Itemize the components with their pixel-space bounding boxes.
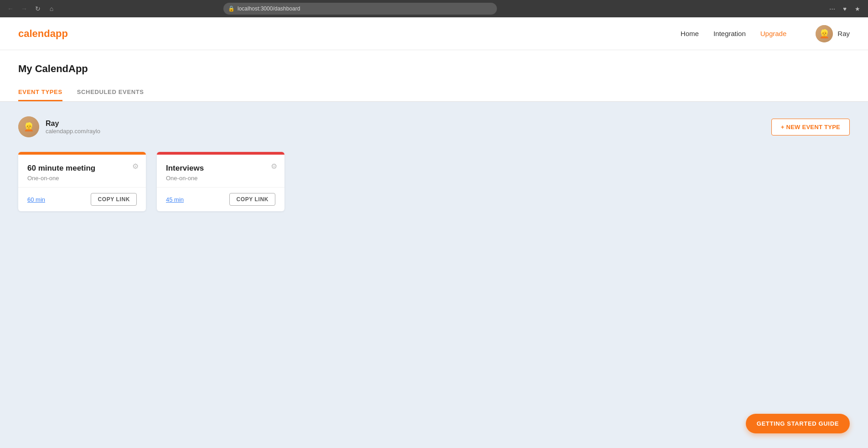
user-avatar: 👱: [18, 116, 39, 137]
user-display-name: Ray: [46, 120, 100, 128]
security-icon: 🔒: [228, 5, 235, 12]
user-section: 👱 Ray calendapp.com/raylo + NEW EVENT TY…: [18, 116, 850, 137]
card-title-2: Interviews: [166, 164, 275, 173]
card-subtitle-2: One-on-one: [166, 175, 275, 182]
browser-right-icons: ⋯ ♥ ★: [827, 4, 863, 14]
card-body-2: ⚙ Interviews One-on-one: [157, 155, 284, 187]
logo-suffix: app: [50, 28, 68, 39]
card-settings-icon-1[interactable]: ⚙: [132, 162, 139, 171]
url-text: localhost:3000/dashboard: [238, 5, 300, 12]
event-card-1: ⚙ 60 minute meeting One-on-one 60 min CO…: [18, 152, 146, 211]
user-avatar-face: 👱: [18, 116, 39, 137]
tabs-container: EVENT TYPES SCHEDULED EVENTS: [0, 84, 868, 102]
new-event-type-button[interactable]: + NEW EVENT TYPE: [771, 119, 850, 135]
main-content: 👱 Ray calendapp.com/raylo + NEW EVENT TY…: [0, 102, 868, 448]
page-header-strip: My CalendApp EVENT TYPES SCHEDULED EVENT…: [0, 50, 868, 102]
page-title: My CalendApp: [18, 63, 850, 75]
copy-link-button-2[interactable]: COPY LINK: [229, 193, 275, 206]
page-title-area: My CalendApp: [0, 63, 868, 84]
nav-home[interactable]: Home: [681, 30, 699, 37]
card-subtitle-1: One-on-one: [27, 175, 137, 182]
user-name: Ray: [837, 30, 850, 37]
user-area[interactable]: 👱 Ray: [816, 25, 850, 42]
card-footer-1: 60 min COPY LINK: [18, 187, 146, 211]
card-duration-2[interactable]: 45 min: [166, 196, 184, 203]
avatar: 👱: [816, 25, 833, 42]
back-button[interactable]: ←: [5, 4, 16, 14]
main-nav: Home Integration Upgrade 👱 Ray: [681, 25, 850, 42]
getting-started-button[interactable]: GETTING STARTED GUIDE: [746, 414, 850, 433]
card-settings-icon-2[interactable]: ⚙: [271, 162, 277, 171]
cards-grid: ⚙ 60 minute meeting One-on-one 60 min CO…: [18, 152, 850, 211]
logo[interactable]: calendapp: [18, 28, 68, 40]
card-footer-2: 45 min COPY LINK: [157, 187, 284, 211]
forward-button[interactable]: →: [19, 4, 29, 14]
browser-chrome: ← → ↻ ⌂ 🔒 localhost:3000/dashboard ⋯ ♥ ★: [0, 0, 868, 17]
user-details: Ray calendapp.com/raylo: [46, 120, 100, 135]
extensions-icon[interactable]: ⋯: [827, 4, 837, 14]
avatar-face: 👱: [816, 25, 833, 42]
app-header: calendapp Home Integration Upgrade 👱 Ray: [0, 17, 868, 50]
star-icon[interactable]: ★: [852, 4, 863, 14]
card-body-1: ⚙ 60 minute meeting One-on-one: [18, 155, 146, 187]
reload-button[interactable]: ↻: [33, 4, 43, 14]
user-info: 👱 Ray calendapp.com/raylo: [18, 116, 100, 137]
copy-link-button-1[interactable]: COPY LINK: [91, 193, 137, 206]
tab-event-types[interactable]: EVENT TYPES: [18, 84, 62, 101]
pocket-icon[interactable]: ♥: [840, 4, 850, 14]
card-duration-1[interactable]: 60 min: [27, 196, 45, 203]
logo-prefix: calend: [18, 28, 50, 39]
nav-integration[interactable]: Integration: [713, 30, 746, 37]
address-bar[interactable]: 🔒 localhost:3000/dashboard: [223, 3, 497, 15]
card-title-1: 60 minute meeting: [27, 164, 137, 173]
event-card-2: ⚙ Interviews One-on-one 45 min COPY LINK: [157, 152, 284, 211]
nav-upgrade[interactable]: Upgrade: [760, 30, 787, 37]
user-url: calendapp.com/raylo: [46, 128, 100, 135]
tab-scheduled-events[interactable]: SCHEDULED EVENTS: [77, 84, 144, 101]
home-button[interactable]: ⌂: [46, 4, 57, 14]
